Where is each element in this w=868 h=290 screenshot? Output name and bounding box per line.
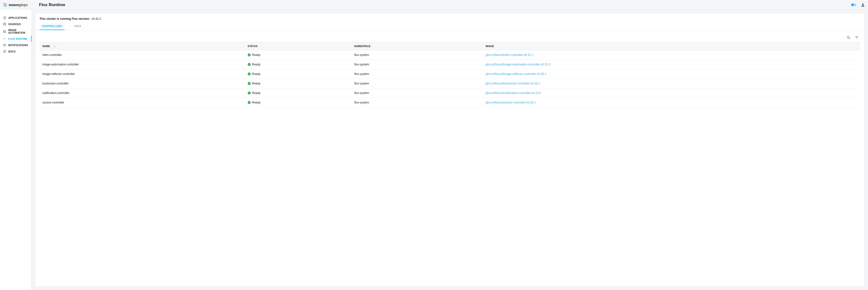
cell-namespace: flux-system (351, 98, 483, 108)
user-icon[interactable] (861, 3, 865, 7)
status-ready-icon (248, 72, 251, 76)
column-header-name[interactable]: NAME ↓ (39, 42, 245, 50)
notifications-icon (3, 44, 6, 47)
cell-status: Ready (245, 98, 351, 108)
table-row: helm-controllerReadyflux-systemghcr.io/f… (39, 50, 860, 60)
weave-logo-icon (3, 3, 7, 7)
svg-rect-4 (3, 30, 6, 32)
cell-status: Ready (245, 50, 351, 60)
status-ready-icon (248, 101, 251, 104)
table-toolbar (36, 30, 864, 42)
status-ready-icon (248, 63, 251, 66)
cell-name: notification-controller (39, 88, 245, 98)
filter-icon[interactable] (855, 36, 859, 39)
status-ready-icon (248, 82, 251, 85)
cell-namespace: flux-system (351, 88, 483, 98)
sidebar-item-applications[interactable]: APPLICATIONS (0, 14, 31, 21)
sources-icon (3, 23, 6, 26)
sidebar-item-flux-runtime[interactable]: FLUX RUNTIME (0, 36, 31, 42)
flux-runtime-icon (3, 37, 6, 40)
svg-point-2 (3, 17, 6, 19)
sidebar-item-notifications[interactable]: NOTIFICATIONS (0, 42, 31, 48)
svg-rect-8 (3, 45, 6, 46)
flux-version: v0.41.2 (91, 17, 101, 21)
sidebar-item-docs[interactable]: DOCS (0, 48, 31, 55)
svg-point-1 (4, 17, 5, 18)
image-link[interactable]: ghcr.io/fluxcd/image-reflector-controlle… (486, 72, 547, 76)
cell-name: source-controller (39, 98, 245, 108)
tab-controllers[interactable]: CONTROLLERS (39, 23, 65, 30)
image-automation-icon (3, 30, 6, 33)
cell-image: ghcr.io/fluxcd/source-controller:v0.36.1 (483, 98, 860, 108)
brand-text: weavegitops (9, 3, 28, 7)
cell-name: kustomize-controller (39, 79, 245, 88)
flux-version-banner: This cluster is running Flux version: v0… (36, 14, 864, 23)
sidebar-item-label: NOTIFICATIONS (8, 44, 28, 47)
cell-name: image-automation-controller (39, 60, 245, 69)
cell-image: ghcr.io/fluxcd/notification-controller:v… (483, 88, 860, 98)
column-header-status[interactable]: STATUS (245, 42, 351, 50)
status-ready-icon (248, 91, 251, 94)
page-title: Flux Runtime (39, 2, 65, 7)
status-ready-icon (248, 54, 251, 56)
svg-line-13 (849, 38, 850, 39)
cell-status: Ready (245, 79, 351, 88)
cell-image: ghcr.io/fluxcd/kustomize-controller:v0.3… (483, 79, 860, 88)
image-link[interactable]: ghcr.io/fluxcd/kustomize-controller:v0.3… (486, 82, 540, 85)
sidebar-item-label: IMAGE AUTOMATION (8, 29, 28, 34)
cell-namespace: flux-system (351, 79, 483, 88)
cell-namespace: flux-system (351, 60, 483, 69)
topbar: weavegitops Flux Runtime (0, 0, 868, 10)
sidebar: APPLICATIONSSOURCESIMAGE AUTOMATIONFLUX … (0, 10, 32, 290)
sidebar-item-label: SOURCES (8, 23, 21, 26)
cell-status: Ready (245, 60, 351, 69)
svg-point-5 (4, 31, 4, 31)
cell-status: Ready (245, 88, 351, 98)
column-header-image[interactable]: IMAGE (483, 42, 860, 50)
cell-image: ghcr.io/fluxcd/image-automation-controll… (483, 60, 860, 69)
table-row: source-controllerReadyflux-systemghcr.io… (39, 98, 860, 108)
image-link[interactable]: ghcr.io/fluxcd/image-automation-controll… (486, 63, 550, 66)
svg-point-7 (5, 38, 6, 39)
tab-crds[interactable]: CRDS (71, 23, 84, 30)
brand-logo[interactable]: weavegitops (3, 3, 39, 7)
controllers-table: NAME ↓ STATUS NAMESPACE IMAGE helm-contr… (39, 42, 860, 108)
svg-point-6 (3, 38, 4, 39)
cell-name: image-reflector-controller (39, 69, 245, 79)
sort-arrow-down-icon: ↓ (54, 45, 56, 48)
table-row: image-reflector-controllerReadyflux-syst… (39, 69, 860, 79)
cell-namespace: flux-system (351, 50, 483, 60)
svg-rect-9 (4, 50, 6, 53)
cell-namespace: flux-system (351, 69, 483, 79)
svg-point-0 (862, 3, 864, 5)
svg-point-12 (847, 36, 849, 38)
column-header-namespace[interactable]: NAMESPACE (351, 42, 483, 50)
cell-name: helm-controller (39, 50, 245, 60)
applications-icon (3, 16, 6, 20)
sidebar-item-image-automation[interactable]: IMAGE AUTOMATION (0, 27, 31, 36)
table-row: notification-controllerReadyflux-systemg… (39, 88, 860, 98)
sidebar-item-sources[interactable]: SOURCES (0, 21, 31, 27)
image-link[interactable]: ghcr.io/fluxcd/source-controller:v0.36.1 (486, 101, 536, 104)
image-link[interactable]: ghcr.io/fluxcd/notification-controller:v… (486, 91, 541, 95)
sidebar-item-label: DOCS (8, 50, 16, 53)
theme-toggle[interactable] (851, 3, 856, 6)
sidebar-item-label: FLUX RUNTIME (8, 37, 27, 40)
svg-point-3 (3, 23, 6, 24)
cell-image: ghcr.io/fluxcd/helm-controller:v0.31.2 (483, 50, 860, 60)
search-icon[interactable] (846, 36, 850, 39)
main-content: This cluster is running Flux version: v0… (32, 10, 868, 290)
sidebar-item-label: APPLICATIONS (8, 17, 27, 19)
table-header-row: NAME ↓ STATUS NAMESPACE IMAGE (39, 42, 860, 50)
image-link[interactable]: ghcr.io/fluxcd/helm-controller:v0.31.2 (486, 53, 533, 57)
table-row: kustomize-controllerReadyflux-systemghcr… (39, 79, 860, 88)
cell-image: ghcr.io/fluxcd/image-reflector-controlle… (483, 69, 860, 79)
tabs: CONTROLLERSCRDS (36, 23, 864, 30)
table-row: image-automation-controllerReadyflux-sys… (39, 60, 860, 69)
cell-status: Ready (245, 69, 351, 79)
docs-icon (3, 50, 6, 53)
